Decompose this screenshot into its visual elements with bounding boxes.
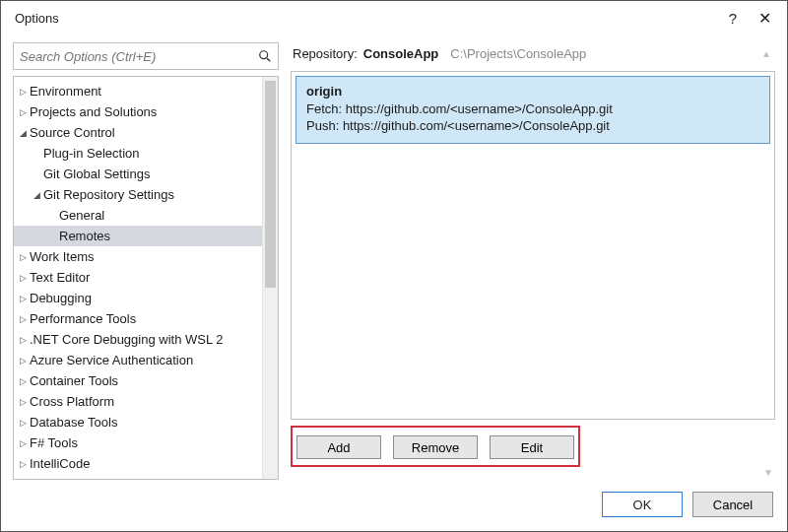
tree-item-label: Source Control [30, 125, 115, 140]
tree-item-label: F# Tools [30, 435, 78, 450]
window-title: Options [15, 11, 59, 26]
tree-item[interactable]: ▷Environment [14, 81, 262, 101]
tree-item[interactable]: ▷Remotes [14, 226, 262, 246]
remote-buttons-row: Add Remove Edit [291, 426, 580, 467]
tree-item-label: Container Tools [30, 373, 118, 388]
tree-item[interactable]: ◢Source Control [14, 122, 262, 143]
repository-label: Repository: [293, 46, 358, 61]
tree-item[interactable]: ▷Plug-in Selection [14, 143, 262, 164]
expander-closed-icon[interactable]: ▷ [18, 314, 28, 324]
scroll-down-icon[interactable]: ▼ [763, 467, 775, 480]
remote-fetch-label: Fetch: [306, 101, 342, 116]
tree-item[interactable]: ▷Debugging [14, 288, 262, 308]
left-panel: ▷Environment▷Projects and Solutions◢Sour… [13, 42, 279, 480]
svg-point-0 [260, 51, 268, 59]
tree-item[interactable]: ▷General [14, 205, 262, 226]
remote-push-row: Push: https://github.com/<username>/Cons… [306, 117, 759, 135]
tree-item-label: Debugging [30, 291, 92, 305]
tree-item-label: Git Repository Settings [43, 187, 174, 202]
add-button[interactable]: Add [296, 435, 381, 459]
cancel-button[interactable]: Cancel [692, 492, 773, 517]
tree-item-label: Git Global Settings [43, 166, 150, 181]
tree-item[interactable]: ▷Azure Service Authentication [14, 350, 262, 370]
tree-item[interactable]: ▷Work Items [14, 246, 262, 267]
content-area: ▷Environment▷Projects and Solutions◢Sour… [1, 34, 787, 480]
tree-item-label: Projects and Solutions [30, 104, 157, 119]
tree-item-label: Azure Service Authentication [30, 353, 193, 367]
expander-closed-icon[interactable]: ▷ [18, 87, 28, 97]
help-icon[interactable]: ? [729, 10, 737, 27]
expander-none: ▷ [32, 149, 41, 159]
tree-item[interactable]: ▷Text Editor [14, 267, 262, 288]
tree-item-label: IntelliCode [30, 456, 90, 471]
tree-item[interactable]: ▷IntelliCode [14, 453, 262, 474]
expander-closed-icon[interactable]: ▷ [18, 418, 28, 428]
right-panel: Repository: ConsoleApp C:\Projects\Conso… [291, 42, 775, 480]
close-icon[interactable]: ✕ [755, 9, 775, 28]
remotes-list[interactable]: origin Fetch: https://github.com/<userna… [291, 71, 775, 420]
search-icon[interactable] [256, 47, 274, 65]
options-tree: ▷Environment▷Projects and Solutions◢Sour… [13, 76, 279, 480]
tree-item-label: General [59, 208, 104, 223]
search-input[interactable] [14, 43, 250, 69]
remote-item-origin[interactable]: origin Fetch: https://github.com/<userna… [296, 76, 770, 144]
title-bar: Options ? ✕ [1, 1, 787, 34]
repository-name: ConsoleApp [363, 46, 439, 61]
expander-closed-icon[interactable]: ▷ [18, 273, 28, 283]
tree-item[interactable]: ▷Database Tools [14, 412, 262, 432]
scroll-up-icon[interactable]: ▲ [761, 48, 773, 59]
expander-closed-icon[interactable]: ▷ [18, 376, 28, 386]
expander-open-icon[interactable]: ◢ [32, 190, 41, 200]
ok-button[interactable]: OK [602, 492, 683, 517]
repository-path: C:\Projects\ConsoleApp [450, 46, 586, 61]
edit-button[interactable]: Edit [490, 435, 574, 459]
expander-closed-icon[interactable]: ▷ [18, 459, 28, 469]
scrollbar-thumb[interactable] [265, 81, 276, 288]
remove-button[interactable]: Remove [393, 435, 478, 459]
expander-closed-icon[interactable]: ▷ [18, 397, 28, 407]
expander-closed-icon[interactable]: ▷ [18, 252, 28, 262]
tree-scrollbar[interactable] [262, 77, 278, 479]
remote-fetch-row: Fetch: https://github.com/<username>/Con… [306, 100, 759, 118]
tree-item-label: Remotes [59, 229, 110, 243]
tree-item-label: Text Editor [30, 270, 90, 285]
tree-item-label: Environment [30, 84, 101, 99]
expander-closed-icon[interactable]: ▷ [18, 356, 28, 366]
remote-fetch-url: https://github.com/<username>/ConsoleApp… [346, 101, 613, 116]
expander-closed-icon[interactable]: ▷ [18, 294, 28, 303]
remote-push-label: Push: [306, 118, 339, 133]
tree-item[interactable]: ▷Cross Platform [14, 391, 262, 412]
tree-item-label: Performance Tools [30, 311, 136, 326]
tree-item[interactable]: ▷Git Global Settings [14, 164, 262, 184]
repository-header: Repository: ConsoleApp C:\Projects\Conso… [291, 42, 775, 71]
tree-item[interactable]: ▷Container Tools [14, 370, 262, 391]
tree-item-label: Work Items [30, 249, 95, 264]
tree-item[interactable]: ◢Git Repository Settings [14, 184, 262, 205]
remote-push-url: https://github.com/<username>/ConsoleApp… [343, 118, 610, 133]
tree-item-label: Database Tools [30, 415, 117, 430]
expander-closed-icon[interactable]: ▷ [18, 438, 28, 448]
expander-open-icon[interactable]: ◢ [18, 128, 28, 138]
expander-closed-icon[interactable]: ▷ [18, 335, 28, 345]
dialog-footer: OK Cancel [1, 480, 787, 531]
tree-item[interactable]: ▷Projects and Solutions [14, 101, 262, 122]
tree-item-label: .NET Core Debugging with WSL 2 [30, 332, 224, 347]
tree-item-label: Cross Platform [30, 394, 114, 409]
tree-item[interactable]: ▷.NET Core Debugging with WSL 2 [14, 329, 262, 350]
expander-none: ▷ [47, 232, 57, 241]
expander-closed-icon[interactable]: ▷ [18, 107, 28, 117]
tree-item-label: Plug-in Selection [43, 146, 140, 161]
remote-name: origin [306, 83, 759, 100]
tree-viewport[interactable]: ▷Environment▷Projects and Solutions◢Sour… [14, 77, 262, 479]
tree-item[interactable]: ▷F# Tools [14, 432, 262, 453]
expander-none: ▷ [32, 169, 41, 179]
tree-item[interactable]: ▷Performance Tools [14, 308, 262, 329]
search-box[interactable] [13, 42, 279, 70]
expander-none: ▷ [47, 211, 57, 221]
svg-line-1 [267, 58, 270, 61]
